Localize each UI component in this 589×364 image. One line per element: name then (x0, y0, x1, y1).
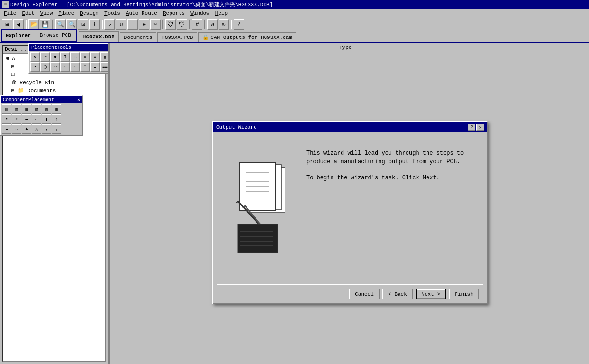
placement-tools-palette: PlacementTools ✕ ↖ ~ ● T T↓ ⊕ ✕ ▦ ▧ ▪ ◯ … (28, 43, 109, 74)
menu-autoroute[interactable]: Auto Route (123, 9, 160, 17)
dialog-close-btn[interactable]: ✕ (476, 124, 484, 131)
toolbar-arrow-left[interactable]: ◄ (13, 19, 24, 30)
place-btn-4[interactable]: T (60, 52, 70, 62)
menu-file[interactable]: File (1, 9, 19, 17)
comp-btn-7[interactable]: ▪ (2, 114, 11, 124)
tab-documents[interactable]: Documents (120, 32, 156, 42)
comp-btn-18[interactable]: ▵ (52, 124, 61, 134)
comp-btn-10[interactable]: ▭ (32, 114, 41, 124)
next-button[interactable]: Next > (416, 289, 446, 299)
separator-2 (52, 20, 53, 29)
comp-btn-2[interactable]: ▥ (12, 104, 21, 114)
title-text: Design Explorer - [C:\Documents and Sett… (10, 1, 273, 8)
toolbar-redo[interactable]: ↻ (218, 19, 229, 30)
palette-title-placement[interactable]: PlacementTools ✕ (29, 44, 109, 51)
tab-browse-pcb[interactable]: Browse PCB (36, 30, 75, 40)
right-panel: Type Output Wizard ? ✕ (111, 43, 589, 364)
component-placement-palette: ComponentPlacement ✕ ▤ ▥ ▦ ▧ ▨ ▩ ▪ ▫ ▬ ▭… (0, 95, 83, 136)
comp-btn-13[interactable]: ▰ (2, 124, 11, 134)
comp-btn-6[interactable]: ▩ (52, 104, 61, 114)
comp-btn-5[interactable]: ▨ (42, 104, 51, 114)
place-btn-6[interactable]: ⊕ (80, 52, 90, 62)
dialog-title-text: Output Wizard (216, 124, 257, 130)
tab-cam-outputs[interactable]: 🔒 CAM Outputs for HG93XX.cam (198, 32, 296, 42)
toolbar-hash[interactable]: # (192, 19, 202, 30)
comp-btn-11[interactable]: ▮ (42, 114, 51, 124)
toolbar-shield2[interactable]: 🛡 (177, 19, 187, 30)
place-btn-8[interactable]: ▦ (100, 52, 109, 62)
main-area: Desi... ⊞ A ⊟ □ 🗑 Recycle Bin ⊟ 📁 Docume… (0, 43, 589, 364)
place-btn-12[interactable]: ⌒ (50, 62, 60, 72)
toolbar-grid[interactable]: ⊡ (78, 19, 88, 30)
dialog-footer: Cancel < Back Next > Finish (213, 285, 487, 303)
toolbar-ell[interactable]: ℓ (89, 19, 100, 30)
tab-explorer[interactable]: Explorer (2, 30, 35, 41)
comp-btn-12[interactable]: ▯ (52, 114, 61, 124)
menu-reports[interactable]: Reports (160, 9, 188, 17)
back-button[interactable]: < Back (382, 289, 413, 299)
place-btn-3[interactable]: ● (50, 52, 60, 62)
toolbar-help[interactable]: ? (234, 19, 244, 30)
place-btn-5[interactable]: T↓ (70, 52, 80, 62)
comp-btn-16[interactable]: △ (32, 124, 41, 134)
place-btn-15[interactable]: □ (80, 62, 90, 72)
menu-view[interactable]: View (38, 9, 56, 17)
place-btn-2[interactable]: ~ (40, 52, 50, 62)
toolbar-cut[interactable]: ✄ (150, 19, 161, 30)
place-btn-11[interactable]: ◯ (40, 62, 50, 72)
palette-label-placement: PlacementTools (31, 45, 71, 50)
dialog-help-btn[interactable]: ? (468, 124, 475, 131)
comp-btn-9[interactable]: ▬ (22, 114, 31, 124)
place-btn-17[interactable]: ▬▬ (100, 62, 109, 72)
tree-item-recycle[interactable]: 🗑 Recycle Bin (4, 78, 104, 86)
place-btn-1[interactable]: ↖ (30, 52, 40, 62)
palette-title-component[interactable]: ComponentPlacement ✕ (1, 96, 82, 103)
close-component-btn[interactable]: ✕ (77, 97, 80, 103)
toolbar-cross[interactable]: ✚ (139, 19, 149, 30)
cam-icon: 🔒 (202, 34, 209, 40)
toolbar-box[interactable]: □ (127, 19, 138, 30)
separator-4 (162, 20, 163, 29)
comp-btn-17[interactable]: ▴ (42, 124, 51, 134)
tree-item-documents[interactable]: ⊟ 📁 Documents (4, 86, 104, 94)
toolbar-curve[interactable]: ∪ (116, 19, 126, 30)
comp-btn-1[interactable]: ▤ (2, 104, 11, 114)
separator-6 (204, 20, 205, 29)
menu-tools[interactable]: Tools (102, 9, 123, 17)
comp-btn-4[interactable]: ▧ (32, 104, 41, 114)
place-btn-10[interactable]: ▪ (30, 62, 40, 72)
toolbar-new[interactable]: ⊞ (2, 19, 12, 30)
toolbar-arrow[interactable]: ↗ (104, 19, 115, 30)
comp-btn-8[interactable]: ▫ (12, 114, 21, 124)
separator-7 (231, 20, 232, 29)
menu-help[interactable]: Help (212, 9, 230, 17)
palette-label-component: ComponentPlacement (3, 97, 54, 103)
toolbar-search1[interactable]: 🔍 (55, 19, 66, 30)
menu-edit[interactable]: Edit (19, 9, 37, 17)
dialog-overlay: Output Wizard ? ✕ (111, 43, 589, 364)
finish-button[interactable]: Finish (449, 289, 479, 299)
comp-btn-3[interactable]: ▦ (22, 104, 31, 114)
title-bar: ⊞ Design Explorer - [C:\Documents and Se… (0, 0, 589, 9)
menu-place[interactable]: Place (56, 9, 77, 17)
tab-hg93xx-ddb[interactable]: HG93XX.DDB (79, 31, 119, 42)
toolbar-open[interactable]: 📂 (28, 19, 39, 30)
output-wizard-dialog: Output Wizard ? ✕ (212, 121, 488, 304)
cancel-button[interactable]: Cancel (349, 289, 380, 299)
separator-3 (102, 20, 103, 29)
separator-1 (26, 20, 27, 29)
toolbar-save[interactable]: 💾 (40, 19, 50, 30)
place-btn-16[interactable]: ▬ (90, 62, 100, 72)
toolbar-shield1[interactable]: 🛡 (165, 19, 176, 30)
menu-window[interactable]: Window (188, 9, 212, 17)
menu-design[interactable]: Design (77, 9, 102, 17)
place-btn-7[interactable]: ✕ (90, 52, 100, 62)
tab-hg93xx-pcb[interactable]: HG93XX.PCB (157, 32, 197, 42)
separator-5 (189, 20, 190, 29)
toolbar-search2[interactable]: 🔍 (66, 19, 77, 30)
comp-btn-15[interactable]: ▲ (22, 124, 31, 134)
place-btn-13[interactable]: ⌒ (60, 62, 70, 72)
place-btn-14[interactable]: ⌒ (70, 62, 80, 72)
comp-btn-14[interactable]: ▱ (12, 124, 21, 134)
toolbar-undo[interactable]: ↺ (207, 19, 218, 30)
